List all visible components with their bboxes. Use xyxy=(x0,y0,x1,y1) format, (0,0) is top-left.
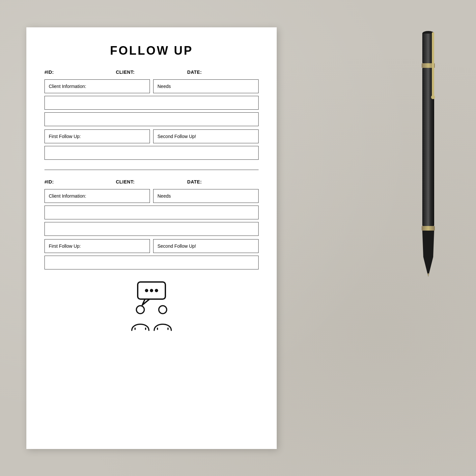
empty-field-2a[interactable] xyxy=(44,206,259,219)
conversation-icon xyxy=(125,279,178,332)
section-divider xyxy=(44,170,259,170)
client-info-field-1[interactable]: Client Information: xyxy=(44,79,150,93)
svg-rect-14 xyxy=(422,226,435,231)
icon-area xyxy=(44,279,259,332)
empty-field-2c[interactable] xyxy=(44,256,259,269)
pen-decoration xyxy=(413,26,443,283)
id-label-2: #ID: xyxy=(44,179,116,184)
needs-field-2[interactable]: Needs xyxy=(153,189,259,203)
id-label-1: #ID: xyxy=(44,70,116,75)
svg-point-2 xyxy=(150,289,153,292)
info-needs-row-1: Client Information: Needs xyxy=(44,79,259,93)
second-follow-up-1[interactable]: Second Follow Up! xyxy=(153,129,259,143)
svg-point-1 xyxy=(145,289,148,292)
svg-point-7 xyxy=(159,306,167,314)
first-follow-up-1[interactable]: First Follow Up: xyxy=(44,129,150,143)
first-follow-up-2[interactable]: First Follow Up: xyxy=(44,239,150,253)
meta-row-1: #ID: CLIENT: DATE: xyxy=(44,70,259,75)
section-1: #ID: CLIENT: DATE: Client Information: N… xyxy=(44,70,259,160)
svg-point-16 xyxy=(431,95,435,99)
client-label-2: CLIENT: xyxy=(116,179,187,184)
date-label-1: DATE: xyxy=(187,70,259,75)
svg-point-3 xyxy=(155,289,158,292)
svg-point-4 xyxy=(136,306,144,314)
page-title: FOLLOW UP xyxy=(44,44,259,58)
info-needs-row-2: Client Information: Needs xyxy=(44,189,259,203)
followup-row-1: First Follow Up: Second Follow Up! xyxy=(44,129,259,143)
svg-rect-15 xyxy=(432,32,434,98)
followup-row-2: First Follow Up: Second Follow Up! xyxy=(44,239,259,253)
section-2: #ID: CLIENT: DATE: Client Information: N… xyxy=(44,179,259,269)
client-label-1: CLIENT: xyxy=(116,70,187,75)
second-follow-up-2[interactable]: Second Follow Up! xyxy=(153,239,259,253)
empty-field-1a[interactable] xyxy=(44,96,259,110)
needs-field-1[interactable]: Needs xyxy=(153,79,259,93)
empty-field-1c[interactable] xyxy=(44,146,259,160)
empty-field-2b[interactable] xyxy=(44,222,259,236)
empty-field-1b[interactable] xyxy=(44,112,259,126)
date-label-2: DATE: xyxy=(187,179,259,184)
meta-row-2: #ID: CLIENT: DATE: xyxy=(44,179,259,184)
paper-document: FOLLOW UP #ID: CLIENT: DATE: Client Info… xyxy=(26,27,277,449)
client-info-field-2[interactable]: Client Information: xyxy=(44,189,150,203)
